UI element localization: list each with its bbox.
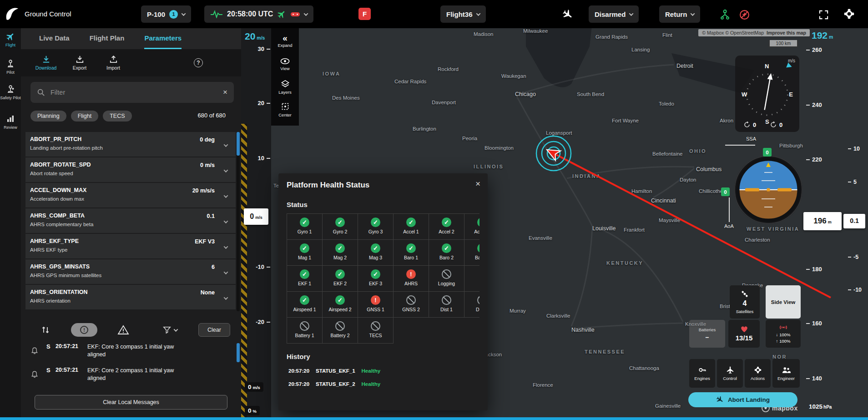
parameter-row[interactable]: AHRS_COMP_BETA AHRS complementary beta 0… [25, 208, 236, 233]
parameter-row[interactable]: ABORT_PR_PITCH Landing abort pre-rotatio… [25, 132, 236, 157]
chevron-down-icon[interactable] [224, 244, 228, 249]
batteries-widget[interactable]: Batteries – [689, 320, 725, 348]
flight-selector[interactable]: Flight36 [440, 5, 486, 23]
message-filter-dropdown[interactable] [163, 326, 177, 334]
clear-search-icon[interactable]: × [223, 88, 227, 97]
chevron-down-icon[interactable] [224, 168, 228, 172]
flight-mode-selector[interactable]: Return [659, 5, 700, 23]
tab-live-data[interactable]: Live Data [39, 28, 70, 49]
params-scrollbar-track[interactable] [237, 132, 240, 311]
import-button[interactable]: Import [100, 55, 126, 71]
message-row[interactable]: S 20:57:21 EKF: Core 2 compass 1 initial… [21, 366, 235, 387]
layers-button[interactable]: Layers [271, 76, 299, 98]
param-count: 680 of 680 [198, 112, 226, 119]
telemetry-selector[interactable]: 20:58:00 UTC [204, 5, 313, 23]
health-cell: EKF 1 [287, 266, 323, 292]
health-cell: Accel 1 [394, 214, 429, 240]
filter-chip[interactable]: Planning [30, 111, 66, 121]
view-button[interactable]: View [271, 53, 299, 76]
message-list: S 20:57:21 EKF: Core 3 compass 1 initial… [21, 342, 235, 390]
fullscreen-icon[interactable] [818, 9, 829, 20]
health-cell [429, 318, 464, 344]
signal-widget[interactable]: ↓100% ↑100% [766, 320, 801, 348]
satellites-widget[interactable]: 4 Satellites [730, 285, 760, 319]
parameter-row[interactable]: ABORT_ROTATE_SPD Abort rotate speed 0 m/… [25, 157, 236, 182]
export-button[interactable]: Export [66, 55, 93, 71]
close-icon[interactable]: × [475, 179, 480, 189]
engineer-button[interactable]: Engineer [772, 359, 800, 388]
side-view-label: Side View [771, 299, 795, 305]
status-label: Logging [438, 281, 455, 286]
datalink-tree-icon[interactable] [719, 9, 731, 20]
chevron-down-icon[interactable] [224, 270, 228, 274]
control-button[interactable]: Control [717, 359, 743, 388]
key-icon [698, 366, 707, 374]
settings-gear-icon[interactable] [842, 7, 856, 20]
control-label: Layers [278, 90, 292, 95]
history-value: Healthy [362, 381, 381, 387]
download-button[interactable]: Download [33, 55, 59, 71]
messages-scrollbar-thumb[interactable] [237, 343, 240, 362]
clear-messages-button[interactable]: Clear [198, 323, 230, 337]
sort-icon[interactable] [41, 325, 50, 334]
chevron-down-icon[interactable] [224, 295, 228, 300]
params-scrollbar-thumb[interactable] [237, 132, 240, 156]
filter-chip[interactable]: TECS [103, 111, 131, 121]
health-cell: Mag 3 [358, 240, 394, 266]
message-time: 20:57:21 [56, 343, 78, 349]
tab-parameters[interactable]: Parameters [144, 28, 182, 49]
status-label: GNSS 1 [367, 307, 384, 312]
aircraft-selector[interactable]: P-100 1 [141, 5, 191, 23]
parameter-row[interactable]: ACCEL_DOWN_MAX Acceleration down max 20 … [25, 183, 236, 207]
nav-item-pilot[interactable]: Pilot [0, 59, 21, 84]
help-icon[interactable]: ? [194, 58, 203, 67]
health-cell: TECS [358, 318, 394, 344]
message-row[interactable]: S 20:57:21 EKF: Core 3 compass 1 initial… [21, 342, 235, 363]
attitude-indicator[interactable] [734, 155, 803, 224]
chevron-down-icon[interactable] [224, 193, 228, 198]
status-icon [371, 295, 380, 305]
nav-item-flight[interactable]: Flight [0, 32, 21, 56]
status-label: Airspeed 1 [293, 307, 316, 312]
info-filter-toggle[interactable]: ! [71, 323, 97, 337]
tab-flight-plan[interactable]: Flight Plan [90, 28, 125, 49]
abort-landing-button[interactable]: Abort Landing [688, 392, 797, 407]
chevron-down-icon[interactable] [224, 219, 228, 223]
nav-item-safety-pilot[interactable]: Safety Pilot [0, 85, 21, 109]
status-icon [477, 243, 479, 253]
status-icon [442, 243, 451, 253]
compass-east: E [789, 91, 793, 98]
nav-item-review[interactable]: Review [0, 114, 21, 139]
airspace-alert-icon[interactable] [738, 9, 750, 20]
improve-map-link[interactable]: Improve this map [767, 30, 806, 35]
filter-input[interactable] [50, 88, 218, 96]
parameter-name: ACCEL_DOWN_MAX [30, 187, 86, 193]
landing-plane-icon [562, 9, 574, 20]
collapse-panel-button[interactable]: « Expand [271, 30, 299, 53]
center-map-button[interactable]: Center [271, 98, 299, 121]
status-icon [335, 243, 345, 253]
arm-state-label: Disarmed [595, 10, 626, 18]
uplink-value: 100% [779, 339, 790, 344]
parameter-name: ABORT_PR_PITCH [30, 136, 81, 142]
abort-landing-label: Abort Landing [728, 396, 770, 403]
batteries-value: – [706, 334, 709, 341]
link-health-widget[interactable]: 13/15 [728, 320, 760, 348]
chevron-down-icon[interactable] [224, 142, 228, 147]
warning-filter-toggle[interactable] [117, 324, 129, 335]
actions-button[interactable]: Actions [745, 359, 771, 388]
filter-chip[interactable]: Flight [71, 111, 99, 121]
health-cell: Accel 2 [429, 214, 464, 240]
parameter-row[interactable]: AHRS_GPS_MINSATS AHRS GPS minimum satell… [25, 259, 236, 284]
bell-icon [31, 347, 38, 354]
compass-widget[interactable]: m/s N W E S 0 0 [735, 56, 799, 132]
arm-state-selector[interactable]: Disarmed [589, 5, 639, 23]
control-label: View [280, 66, 289, 71]
engines-button[interactable]: Engines [689, 359, 715, 388]
parameter-row[interactable]: AHRS_EKF_TYPE AHRS EKF type EKF V3 [25, 234, 236, 258]
history-time: 20:57:20 [288, 368, 309, 374]
satellite-icon [741, 290, 749, 298]
parameter-row[interactable]: AHRS_ORIENTATION AHRS orientation None [25, 285, 236, 309]
side-view-button[interactable]: Side View [766, 285, 801, 319]
clear-local-messages-button[interactable]: Clear Local Messages [35, 395, 227, 410]
